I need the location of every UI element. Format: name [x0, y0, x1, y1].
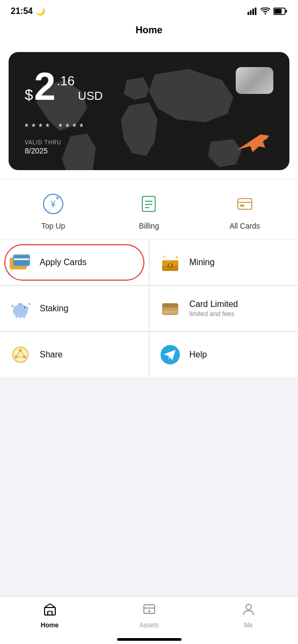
me-nav-label: Me: [244, 621, 253, 629]
svg-text:✦: ✦: [175, 254, 179, 260]
page-title: Home: [135, 25, 162, 35]
bottom-nav: Home Assets Me: [0, 596, 298, 644]
wifi-icon: [260, 8, 270, 15]
assets-nav-label: Assets: [139, 621, 158, 629]
grid-item-help[interactable]: Help: [150, 332, 299, 377]
nav-item-me[interactable]: Me: [199, 602, 298, 629]
grid-item-apply-cards[interactable]: Apply Cards: [0, 240, 149, 285]
me-nav-icon: [242, 602, 256, 619]
svg-point-30: [24, 307, 26, 309]
home-indicator: [117, 638, 181, 641]
svg-rect-20: [14, 255, 29, 265]
card-dollar-sign: $: [25, 86, 33, 104]
apply-cards-icon: [9, 251, 32, 274]
status-time: 21:54: [11, 6, 33, 16]
topup-label: Top Up: [41, 222, 65, 230]
svg-text:✦: ✦: [162, 254, 166, 259]
svg-text:✦: ✦: [28, 302, 31, 306]
home-nav-label: Home: [41, 621, 59, 629]
quick-action-topup[interactable]: ¥ + Top Up: [5, 191, 101, 230]
svg-point-63: [246, 604, 251, 610]
apply-cards-title: Apply Cards: [40, 258, 86, 267]
allcards-label: All Cards: [229, 222, 260, 230]
svg-point-25: [169, 264, 171, 266]
grid-item-card-limited[interactable]: Card Limited limited and fees: [150, 286, 299, 331]
staking-text: Staking: [40, 304, 68, 313]
card-limited-title: Card Limited: [190, 299, 238, 309]
mining-icon: ✦ ✦: [158, 251, 182, 274]
card-container: $ 2 .16 USD **** **** VALID THRU 8/2025: [0, 43, 298, 179]
battery-icon: [273, 8, 287, 15]
billing-icon: [135, 191, 162, 217]
svg-rect-17: [240, 204, 244, 207]
nav-item-assets[interactable]: Assets: [99, 602, 199, 629]
svg-rect-1: [250, 10, 252, 15]
quick-actions: ¥ + Top Up Billing All Cards: [0, 180, 298, 239]
svg-rect-36: [23, 316, 25, 318]
mining-title: Mining: [190, 258, 215, 267]
svg-line-55: [45, 604, 50, 608]
assets-nav-icon: [142, 602, 156, 619]
grid-item-mining[interactable]: ✦ ✦ Mining: [150, 240, 299, 285]
status-icons: [248, 8, 287, 15]
help-icon: [158, 343, 182, 367]
apply-cards-text: Apply Cards: [40, 258, 86, 267]
status-bar: 21:54 🌙: [0, 0, 298, 20]
card-balance: $ 2 .16 USD: [25, 67, 273, 106]
svg-rect-2: [252, 9, 254, 15]
svg-rect-15: [238, 199, 252, 209]
plane-icon: [234, 133, 277, 159]
signal-icon: [248, 8, 257, 15]
mining-text: Mining: [190, 258, 215, 267]
svg-rect-41: [164, 311, 168, 313]
svg-rect-3: [255, 8, 257, 15]
staking-icon: ✦ ✦: [9, 297, 32, 320]
svg-point-44: [12, 346, 29, 363]
home-nav-icon: [43, 602, 57, 619]
svg-rect-6: [286, 10, 287, 13]
card-limited-text: Card Limited limited and fees: [190, 299, 238, 318]
share-icon: [9, 343, 32, 367]
svg-point-43: [174, 310, 177, 313]
topup-icon: ¥ +: [40, 191, 67, 217]
card-currency: USD: [78, 89, 103, 103]
svg-rect-35: [19, 316, 21, 318]
svg-line-56: [50, 604, 55, 608]
card-decimal: .16: [57, 74, 75, 89]
help-text: Help: [190, 350, 207, 360]
svg-text:¥: ¥: [50, 200, 56, 209]
help-title: Help: [190, 350, 207, 360]
card-number: **** ****: [25, 122, 273, 133]
svg-text:✦: ✦: [11, 304, 14, 309]
svg-rect-0: [248, 12, 249, 15]
share-text: Share: [40, 350, 63, 360]
svg-text:+: +: [56, 194, 60, 202]
grid-item-share[interactable]: Share: [0, 332, 149, 377]
svg-point-62: [148, 610, 150, 612]
svg-rect-5: [274, 9, 282, 14]
share-title: Share: [40, 350, 63, 360]
grid-menu: Apply Cards ✦ ✦ Mining: [0, 240, 298, 377]
moon-icon: 🌙: [36, 7, 45, 16]
quick-action-allcards[interactable]: All Cards: [197, 191, 293, 230]
nav-item-home[interactable]: Home: [0, 602, 99, 629]
svg-rect-59: [48, 611, 52, 615]
grid-item-staking[interactable]: ✦ ✦ Staking: [0, 286, 149, 331]
card-limited-icon: [158, 297, 182, 320]
quick-action-billing[interactable]: Billing: [101, 191, 197, 230]
svg-point-29: [23, 306, 28, 311]
page-header: Home: [0, 20, 298, 43]
svg-rect-33: [19, 304, 22, 305]
svg-rect-34: [16, 316, 18, 318]
svg-rect-42: [169, 311, 173, 313]
card-main-amount: 2: [34, 67, 56, 106]
card-limited-subtitle: limited and fees: [190, 310, 238, 318]
staking-title: Staking: [40, 304, 68, 313]
bank-card[interactable]: $ 2 .16 USD **** **** VALID THRU 8/2025: [9, 52, 289, 170]
svg-rect-40: [162, 303, 178, 308]
allcards-icon: [231, 191, 258, 217]
billing-label: Billing: [139, 222, 159, 230]
